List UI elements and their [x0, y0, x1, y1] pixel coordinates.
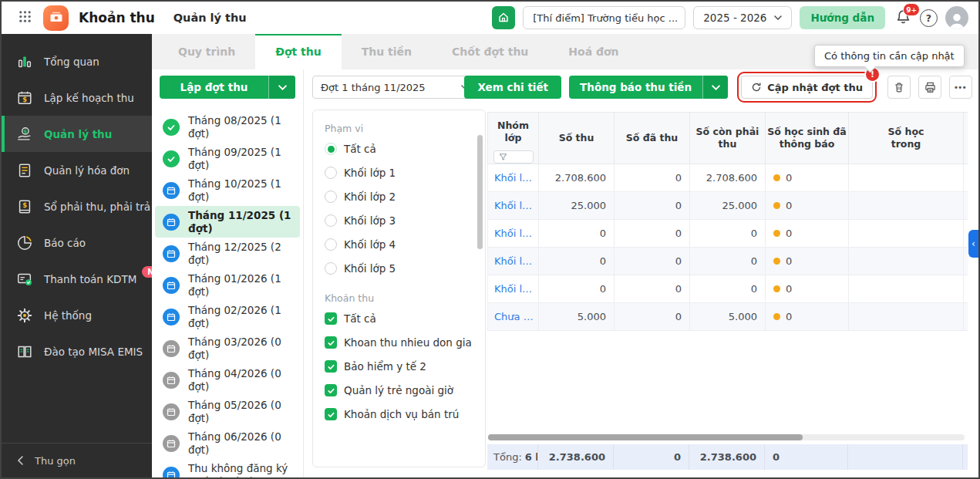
- print-button[interactable]: [918, 76, 941, 99]
- scope-option[interactable]: Khối lớp 4: [325, 238, 485, 251]
- radio-icon[interactable]: [325, 214, 337, 227]
- app-launcher-icon[interactable]: [19, 10, 32, 25]
- notify-caret[interactable]: [702, 76, 728, 99]
- month-item[interactable]: Tháng 03/2026 (0 đợt): [155, 332, 300, 364]
- sidebar-item-lap-ke-hoach-thu[interactable]: $ Lập kế hoạch thu: [2, 79, 152, 116]
- checkbox-checked-icon[interactable]: [325, 384, 337, 396]
- month-item[interactable]: Tháng 11/2025 (1 đợt): [155, 206, 300, 238]
- column-header-hs-trong: Số học trong: [849, 113, 964, 164]
- column-header-so-thu: Số thu: [539, 113, 615, 164]
- help-icon[interactable]: ?: [920, 9, 938, 27]
- month-item[interactable]: Thu không đăng ký trước (1 đợt): [155, 459, 300, 479]
- notify-button[interactable]: Thông báo thu tiền: [569, 76, 728, 99]
- sidebar-item-bao-cao[interactable]: Báo cáo: [2, 224, 152, 261]
- checkbox-checked-icon[interactable]: [325, 360, 337, 373]
- horizontal-scrollbar[interactable]: [488, 434, 965, 440]
- month-item[interactable]: Tháng 08/2025 (1 đợt): [155, 111, 300, 143]
- notification-bell-icon[interactable]: 9+: [895, 8, 912, 27]
- fee-option[interactable]: Bảo hiểm y tế 2: [325, 360, 485, 373]
- group-link[interactable]: Khối lớp 3: [494, 228, 538, 239]
- months-panel: Lập đợt thu Tháng 08/2025 (1 đợt) Tháng …: [152, 69, 304, 477]
- sidebar-item-dao-tao-misa-emis[interactable]: Đào tạo MISA EMIS: [2, 333, 152, 369]
- group-link[interactable]: Khối lớp 4: [494, 255, 538, 267]
- calendar-icon: [163, 277, 180, 294]
- table-row: Khối lớp 4 0 0 0 0: [487, 248, 968, 275]
- radio-icon[interactable]: [325, 238, 337, 251]
- month-item[interactable]: Tháng 04/2026 (0 đợt): [155, 364, 300, 396]
- gear-icon: [15, 306, 34, 325]
- checkbox-checked-icon[interactable]: [325, 312, 337, 325]
- fee-option[interactable]: Khoan thu nhieu don gia: [325, 336, 485, 349]
- scrollbar-thumb[interactable]: [488, 434, 803, 440]
- month-item[interactable]: Tháng 02/2026 (1 đợt): [155, 301, 300, 332]
- view-detail-button[interactable]: Xem chi tiết: [464, 76, 561, 99]
- ledger-icon: $: [15, 197, 34, 216]
- month-item[interactable]: Tháng 06/2026 (0 đợt): [155, 427, 300, 459]
- scope-option[interactable]: Khối lớp 2: [325, 191, 485, 203]
- radio-icon[interactable]: [325, 167, 337, 179]
- sidebar-item-he-thong[interactable]: Hệ thống: [2, 297, 152, 333]
- nav-quan-ly-thu[interactable]: Quản lý thu: [173, 12, 247, 24]
- tab-hoa-don[interactable]: Hoá đơn: [548, 34, 638, 69]
- cell-so-con-phai-thu: 0: [690, 275, 766, 302]
- avatar[interactable]: [945, 6, 968, 29]
- sidebar-item-quan-ly-thu[interactable]: $ Quản lý thu: [2, 116, 152, 152]
- update-batch-button[interactable]: Cập nhật đợt thu: [741, 76, 873, 99]
- sidebar-item-thanh-toan-kdtm[interactable]: Thanh toán KDTM New: [2, 261, 152, 297]
- calendar-icon: [163, 340, 180, 357]
- collapse-sidebar-button[interactable]: Thu gọn: [2, 443, 152, 477]
- school-name: [Thí điểm] Trường tiểu học ...: [533, 12, 678, 24]
- open-book-icon: [15, 342, 34, 361]
- payment-card-icon: [15, 270, 34, 288]
- home-button[interactable]: [492, 6, 515, 29]
- table-total-row: Tổng: 6 kế... 2.738.600 0 2.738.600 0: [487, 444, 968, 470]
- month-item[interactable]: Tháng 10/2025 (1 đợt): [155, 174, 300, 206]
- table-body: Khối lớp 1 2.708.600 0 2.708.600 0 Khối …: [487, 164, 968, 331]
- chevron-left-icon: ‹: [972, 238, 975, 249]
- create-batch-caret[interactable]: [268, 76, 295, 99]
- more-actions-button[interactable]: •••: [949, 76, 972, 99]
- month-item[interactable]: Tháng 12/2025 (2 đợt): [155, 238, 300, 269]
- radio-icon[interactable]: [325, 143, 337, 155]
- radio-icon[interactable]: [325, 191, 337, 203]
- school-selector[interactable]: [Thí điểm] Trường tiểu học ...: [523, 6, 685, 29]
- group-link[interactable]: Khối lớp 2: [494, 200, 538, 211]
- year-selector[interactable]: 2025 - 2026: [693, 6, 792, 29]
- scope-option[interactable]: Khối lớp 3: [325, 214, 485, 227]
- bar-chart-icon: [15, 52, 34, 71]
- month-item[interactable]: Tháng 05/2026 (0 đợt): [155, 396, 300, 427]
- fee-option[interactable]: Tất cả: [325, 312, 485, 325]
- tab-thu-tien[interactable]: Thu tiền: [342, 34, 432, 69]
- fee-option[interactable]: Khoản dịch vụ bán trú: [325, 408, 485, 420]
- column-header-so-con-phai-thu: Số còn phải thu: [690, 113, 766, 164]
- fee-option[interactable]: Quản lý trẻ ngoài giờ: [325, 384, 485, 396]
- create-batch-label: Lập đợt thu: [160, 76, 268, 99]
- scope-option[interactable]: Tất cả: [325, 143, 485, 155]
- radio-icon[interactable]: [325, 262, 337, 275]
- batch-select[interactable]: Đợt 1 tháng 11/2025: [312, 76, 477, 99]
- create-batch-button[interactable]: Lập đợt thu: [160, 76, 295, 99]
- checkbox-checked-icon[interactable]: [325, 336, 337, 349]
- checkbox-checked-icon[interactable]: [325, 408, 337, 420]
- filter-panel-scrollbar[interactable]: [477, 135, 483, 249]
- table-row: Khối lớp 3 0 0 0 0: [487, 220, 968, 248]
- collapse-label: Thu gọn: [35, 455, 76, 467]
- tab-chot-dot-thu[interactable]: Chốt đợt thu: [432, 34, 548, 69]
- group-link[interactable]: Khối lớp 1: [494, 172, 538, 184]
- delete-button[interactable]: [887, 76, 911, 99]
- guide-button[interactable]: Hướng dẫn: [800, 6, 885, 29]
- tab-quy-trinh[interactable]: Quy trình: [158, 34, 255, 69]
- scope-option[interactable]: Khối lớp 5: [325, 262, 485, 275]
- tab-dot-thu[interactable]: Đợt thu: [255, 34, 342, 69]
- month-item[interactable]: Tháng 01/2026 (1 đợt): [155, 269, 300, 301]
- group-link[interactable]: Khối lớp 5: [494, 283, 538, 295]
- sidebar-item-so-phai-thu-phai-tra[interactable]: $ Sổ phải thu, phải trả: [2, 188, 152, 224]
- side-panel-handle[interactable]: ‹: [968, 230, 978, 258]
- group-link[interactable]: Chưa xếp l...: [494, 311, 538, 322]
- sidebar-item-quan-ly-hoa-don[interactable]: Quản lý hóa đơn: [2, 152, 152, 188]
- orange-dot-icon: [773, 313, 780, 320]
- group-filter-input[interactable]: [493, 150, 534, 164]
- month-item[interactable]: Tháng 09/2025 (1 đợt): [155, 143, 300, 174]
- sidebar-item-tong-quan[interactable]: Tổng quan: [2, 43, 152, 79]
- scope-option[interactable]: Khối lớp 1: [325, 167, 485, 179]
